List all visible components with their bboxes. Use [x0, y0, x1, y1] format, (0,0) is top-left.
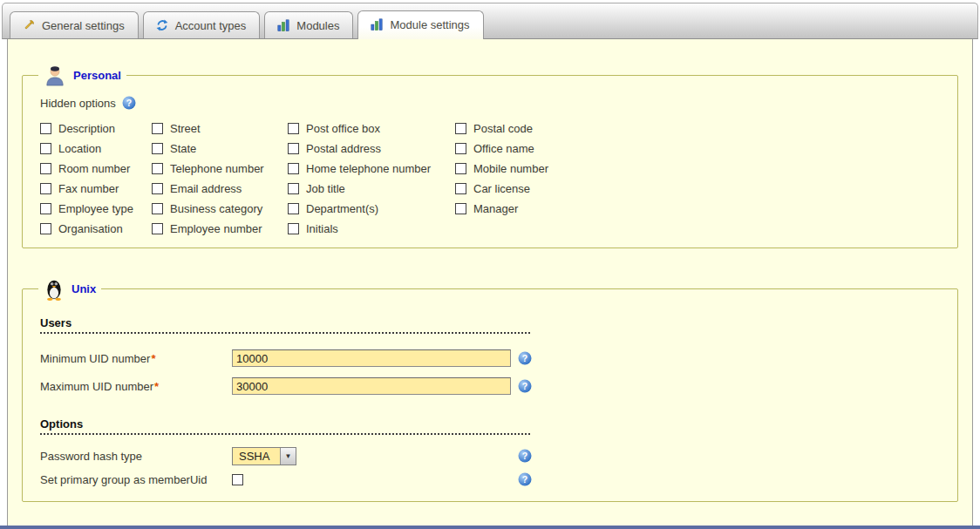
checkbox[interactable]: [288, 203, 299, 214]
hidden-option-label: Telephone number: [170, 162, 264, 175]
hidden-option-item: Car license: [455, 181, 630, 195]
hidden-option-item: Business category: [152, 201, 288, 215]
checkbox[interactable]: [152, 183, 163, 194]
hidden-option-label: Employee number: [170, 222, 262, 235]
svg-text:?: ?: [522, 353, 527, 363]
hidden-option-label: Postal address: [306, 142, 381, 155]
password-hash-row: Password hash type SSHA ▼ ?: [40, 446, 945, 465]
module-settings-page: Personal Hidden options ? Description St…: [7, 39, 973, 526]
checkbox[interactable]: [288, 183, 299, 194]
tab-label: General settings: [42, 19, 125, 32]
password-hash-label: Password hash type: [40, 450, 232, 463]
checkbox[interactable]: [152, 203, 163, 214]
help-question-icon[interactable]: ?: [518, 472, 532, 486]
member-uid-row: Set primary group as memberUid ?: [40, 470, 945, 489]
required-marker: *: [151, 352, 155, 365]
hidden-option-item: Room number: [40, 161, 152, 175]
hidden-option-label: Location: [58, 142, 101, 155]
checkbox[interactable]: [288, 163, 299, 174]
unix-legend-label: Unix: [71, 282, 96, 295]
hidden-option-label: Post office box: [306, 122, 380, 135]
bar-chart-icon: [370, 17, 384, 31]
tab-label: Modules: [296, 19, 339, 32]
hidden-option-label: Manager: [473, 202, 518, 215]
selected-value: SSHA: [233, 448, 280, 465]
checkbox[interactable]: [152, 123, 163, 134]
hidden-option-label: Initials: [306, 222, 338, 235]
label-text: Minimum UID number: [40, 352, 150, 365]
checkbox[interactable]: [152, 143, 163, 154]
help-question-icon[interactable]: ?: [518, 449, 532, 463]
hidden-option-label: Department(s): [306, 202, 378, 215]
member-uid-checkbox[interactable]: [232, 474, 243, 485]
dropdown-arrow-icon[interactable]: ▼: [280, 448, 296, 465]
checkbox[interactable]: [152, 223, 163, 234]
checkbox[interactable]: [40, 143, 51, 154]
hidden-option-item: Description: [40, 121, 152, 135]
hidden-option-label: Fax number: [58, 182, 119, 195]
hidden-option-item: Office name: [455, 141, 630, 155]
personal-legend: Personal: [38, 64, 126, 87]
hidden-option-item: Location: [40, 141, 152, 155]
hidden-option-item: Postal address: [288, 141, 455, 155]
help-question-icon[interactable]: ?: [122, 96, 136, 110]
checkbox[interactable]: [40, 223, 51, 234]
checkbox[interactable]: [288, 223, 299, 234]
hidden-option-label: Employee type: [58, 202, 133, 215]
hidden-option-label: Postal code: [473, 122, 533, 135]
hidden-option-item: Home telephone number: [288, 161, 455, 175]
hidden-options-label: Hidden options: [40, 97, 116, 110]
hidden-option-item: Manager: [455, 201, 630, 215]
tab-label: Module settings: [390, 18, 469, 31]
checkbox[interactable]: [152, 163, 163, 174]
checkbox[interactable]: [40, 183, 51, 194]
label-text: Maximum UID number: [40, 380, 153, 393]
max-uid-row: Maximum UID number* ?: [40, 376, 945, 397]
personal-legend-label: Personal: [73, 69, 121, 82]
max-uid-label: Maximum UID number*: [40, 380, 232, 393]
users-section-heading: Users: [40, 316, 530, 334]
checkbox[interactable]: [288, 123, 299, 134]
min-uid-input[interactable]: [232, 349, 511, 367]
password-hash-select[interactable]: SSHA ▼: [232, 447, 296, 465]
checkbox[interactable]: [455, 123, 466, 134]
hidden-option-item: Fax number: [40, 181, 152, 195]
checkbox[interactable]: [40, 203, 51, 214]
hidden-option-label: Office name: [473, 142, 534, 155]
options-section-heading: Options: [40, 417, 530, 435]
tab-bar: General settings Account types Modules M…: [2, 3, 978, 39]
unix-legend: Unix: [38, 276, 101, 301]
hidden-option-label: Street: [170, 122, 201, 135]
checkbox[interactable]: [288, 143, 299, 154]
checkbox[interactable]: [455, 203, 466, 214]
hidden-option-label: Organisation: [58, 222, 123, 235]
hidden-option-item: Department(s): [288, 201, 455, 215]
hidden-option-label: Job title: [306, 182, 345, 195]
hidden-option-item: Email address: [152, 181, 288, 195]
hidden-option-item: Telephone number: [152, 161, 288, 175]
max-uid-input[interactable]: [232, 377, 511, 395]
checkbox[interactable]: [40, 123, 51, 134]
help-question-icon[interactable]: ?: [518, 379, 532, 393]
hidden-option-label: Email address: [170, 182, 242, 195]
tab-general-settings[interactable]: General settings: [10, 11, 139, 38]
hidden-option-label: Business category: [170, 202, 262, 215]
tab-modules[interactable]: Modules: [264, 11, 353, 38]
member-uid-label: Set primary group as memberUid: [40, 473, 232, 486]
tab-account-types[interactable]: Account types: [143, 11, 261, 38]
tux-penguin-icon: [44, 276, 65, 301]
checkbox[interactable]: [455, 163, 466, 174]
tab-module-settings[interactable]: Module settings: [357, 10, 483, 39]
hidden-options-row: Hidden options ?: [40, 96, 945, 110]
hidden-option-label: Car license: [473, 182, 530, 195]
checkbox[interactable]: [455, 143, 466, 154]
bar-chart-icon: [276, 18, 290, 32]
person-icon: [44, 64, 66, 87]
svg-text:?: ?: [126, 98, 132, 108]
svg-text:?: ?: [522, 381, 527, 391]
hidden-option-label: Description: [58, 122, 115, 135]
help-question-icon[interactable]: ?: [518, 351, 532, 365]
checkbox[interactable]: [40, 163, 51, 174]
checkbox[interactable]: [455, 183, 466, 194]
hidden-option-label: Mobile number: [473, 162, 548, 175]
